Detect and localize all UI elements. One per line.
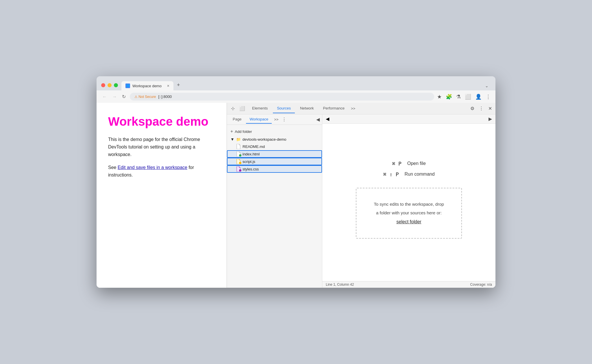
folder-item[interactable]: ▼ 📁 devtools-workspace-demo xyxy=(227,136,322,143)
shortcut-keys-run: ⌘ ⇧ P xyxy=(383,171,399,177)
file-dot-css xyxy=(239,169,241,172)
file-item-script-js[interactable]: script.js xyxy=(227,158,322,165)
tab-bar: 🌐 Workspace demo × + ⌄ xyxy=(121,80,491,90)
devtools-toolbar: ⊹ ⬜ Elements Sources Network Performance… xyxy=(227,103,495,114)
page-title: Workspace demo xyxy=(108,114,215,129)
device-toggle-icon[interactable]: ⬜ xyxy=(238,103,247,114)
status-bar: Line 1, Column 42 Coverage: n/a xyxy=(322,281,495,288)
devtools-panel: ⊹ ⬜ Elements Sources Network Performance… xyxy=(227,103,495,288)
browser-window: 🌐 Workspace demo × + ⌄ ← → ↻ ⚠ Not Secur… xyxy=(97,76,495,288)
file-name-html: index.html xyxy=(243,152,260,156)
file-tree-more-icon[interactable]: >> xyxy=(273,116,280,123)
file-item-readme[interactable]: README.md xyxy=(227,143,322,150)
devtools-toolbar-right: ⚙ ⋮ ✕ xyxy=(469,105,493,112)
tab-title: Workspace demo xyxy=(132,84,162,88)
collapse-panel-icon[interactable]: ▶ xyxy=(489,116,492,122)
close-button[interactable] xyxy=(101,83,105,87)
devtools-kebab-icon[interactable]: ⋮ xyxy=(478,105,485,112)
browser-toolbar-icons: ★ 🧩 ⚗ ⬜ 👤 ⋮ xyxy=(437,94,491,100)
traffic-lights xyxy=(101,83,118,87)
file-tree-options-icon[interactable]: ⋮ xyxy=(281,115,288,124)
file-dot-js xyxy=(239,162,241,164)
main-panel-toolbar: ◀ ▶ xyxy=(322,114,495,124)
folder-icon-symbol: 📁 xyxy=(236,137,241,142)
settings-icon[interactable]: ⚙ xyxy=(469,105,476,112)
file-dot-html xyxy=(239,154,241,157)
shortcut-open-file: ⌘ P Open file xyxy=(392,161,426,167)
browser-tab-active[interactable]: 🌐 Workspace demo × xyxy=(121,81,173,90)
shortcut-label-run: Run command xyxy=(405,172,435,177)
folder-name: devtools-workspace-demo xyxy=(243,137,286,142)
file-tree-content: + Add folder ▼ 📁 devtools-workspace-demo xyxy=(227,125,322,288)
tab-page[interactable]: Page xyxy=(229,115,245,124)
refresh-button[interactable]: ↻ xyxy=(121,93,127,101)
more-tabs-icon[interactable]: >> xyxy=(350,104,356,113)
collapse-file-tree-icon[interactable]: ◀ xyxy=(316,117,320,122)
tab-workspace[interactable]: Workspace xyxy=(246,115,272,124)
page-content: Workspace demo This is the demo page for… xyxy=(97,103,227,288)
file-name-readme: README.md xyxy=(243,144,265,149)
tab-favicon-icon: 🌐 xyxy=(125,83,130,88)
title-bar: 🌐 Workspace demo × + ⌄ xyxy=(97,76,495,90)
file-name-js: script.js xyxy=(243,159,255,164)
split-screen-icon[interactable]: ⬜ xyxy=(465,94,471,100)
security-indicator: ⚠ Not Secure xyxy=(134,95,156,99)
add-folder-label: Add folder xyxy=(235,129,252,134)
tab-network[interactable]: Network xyxy=(296,104,318,113)
shortcut-run-command: ⌘ ⇧ P Run command xyxy=(383,171,434,177)
page-see-also: See Edit and save files in a workspace f… xyxy=(108,164,215,179)
file-icon-wrapper-css xyxy=(236,166,241,172)
minimize-button[interactable] xyxy=(108,83,112,87)
file-tree-tabs: Page Workspace >> ⋮ ◀ xyxy=(227,114,322,125)
shortcut-label-open: Open file xyxy=(407,161,426,166)
browser-content: Workspace demo This is the demo page for… xyxy=(97,103,495,288)
menu-icon[interactable]: ⋮ xyxy=(486,94,491,100)
maximize-button[interactable] xyxy=(114,83,118,87)
forward-button[interactable]: → xyxy=(111,93,118,101)
drop-zone-line2: a folder with your sources here or: xyxy=(376,210,442,215)
tab-elements[interactable]: Elements xyxy=(248,104,272,113)
address-input[interactable]: ⚠ Not Secure [::]:8000 xyxy=(130,93,434,101)
folder-expand-icon: ▼ xyxy=(230,137,234,142)
sources-panel: Page Workspace >> ⋮ ◀ + Add folder ▼ xyxy=(227,114,495,288)
page-tutorial-link[interactable]: Edit and save files in a workspace xyxy=(118,165,187,170)
file-icon-wrapper-readme xyxy=(236,144,241,149)
main-content: ⌘ P Open file ⌘ ⇧ P Run command To sync … xyxy=(322,124,495,281)
main-panel: ◀ ▶ ⌘ P Open file ⌘ ⇧ P Run command xyxy=(322,114,495,288)
url-display: [::]:8000 xyxy=(158,94,172,99)
inspect-element-icon[interactable]: ⊹ xyxy=(229,103,236,114)
tab-performance[interactable]: Performance xyxy=(319,104,349,113)
file-name-css: styles.css xyxy=(243,167,259,171)
file-icon-wrapper-html xyxy=(236,151,241,157)
file-icon-readme xyxy=(236,144,241,149)
page-description: This is the demo page for the official C… xyxy=(108,136,215,158)
bookmark-icon[interactable]: ★ xyxy=(437,94,442,100)
extensions-icon[interactable]: 🧩 xyxy=(446,94,452,100)
back-button[interactable]: ← xyxy=(101,93,108,101)
file-icon-wrapper-js xyxy=(236,159,241,164)
new-tab-button[interactable]: + xyxy=(175,80,182,90)
tab-close-icon[interactable]: × xyxy=(167,83,169,88)
profile-icon[interactable]: 👤 xyxy=(475,94,482,100)
labs-icon[interactable]: ⚗ xyxy=(456,94,461,100)
add-folder-button[interactable]: + Add folder xyxy=(227,127,322,136)
address-bar: ← → ↻ ⚠ Not Secure [::]:8000 ★ 🧩 ⚗ ⬜ 👤 ⋮ xyxy=(97,90,495,103)
page-see-prefix: See xyxy=(108,165,118,170)
tab-sources[interactable]: Sources xyxy=(273,104,295,113)
devtools-close-icon[interactable]: ✕ xyxy=(487,105,493,112)
tab-overflow-icon[interactable]: ⌄ xyxy=(483,81,491,90)
file-item-styles-css[interactable]: styles.css xyxy=(227,165,322,173)
drop-zone[interactable]: To sync edits to the workspace, drop a f… xyxy=(356,188,462,239)
file-tree: Page Workspace >> ⋮ ◀ + Add folder ▼ xyxy=(227,114,322,288)
select-folder-link[interactable]: select folder xyxy=(396,219,421,224)
toggle-sidebar-icon[interactable]: ◀ xyxy=(326,116,329,122)
shortcut-keys-open: ⌘ P xyxy=(392,161,402,167)
status-coverage: Coverage: n/a xyxy=(470,283,492,287)
drop-zone-line1: To sync edits to the workspace, drop xyxy=(374,202,444,207)
file-item-index-html[interactable]: index.html xyxy=(227,150,322,158)
add-folder-icon: + xyxy=(230,129,233,134)
status-position: Line 1, Column 42 xyxy=(326,283,354,287)
